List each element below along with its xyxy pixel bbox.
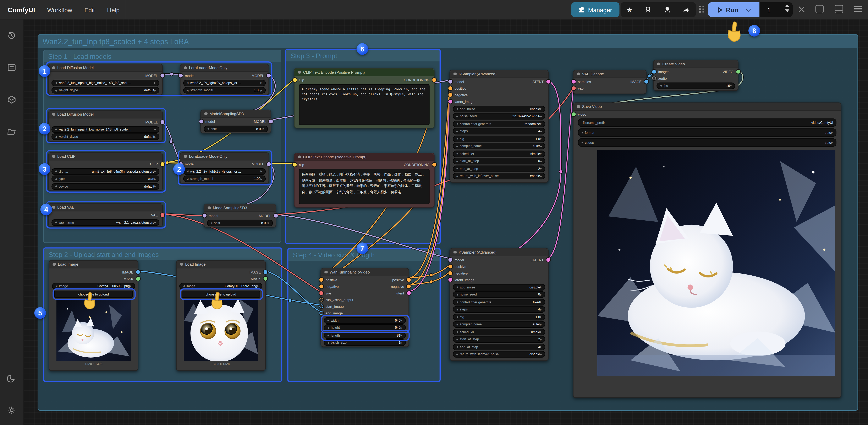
length-widget[interactable]: ◀ length 81▶ (324, 332, 406, 338)
sampler-name-widget[interactable]: ◀sampler_nameeuler▶ (453, 143, 545, 150)
control-after-generate-widget[interactable]: ◀control after generatefixed▶ (453, 299, 545, 305)
type-widget[interactable]: ◀ type wan▶ (52, 175, 159, 182)
model-output-port[interactable] (160, 120, 164, 124)
end-at-step-widget[interactable]: ◀end_at_step2▶ (453, 165, 545, 172)
filename-prefix-widget[interactable]: filename_prefix video/ComfyUI (578, 119, 836, 127)
menu-workflow[interactable]: Workflow (47, 6, 72, 13)
model-output-port[interactable] (267, 162, 271, 166)
node-ksampler-advanced-2[interactable]: KSampler (Advanced) model LATENT positiv… (450, 248, 549, 361)
moon-icon[interactable] (7, 373, 17, 384)
manager-button[interactable]: Manager (571, 2, 619, 17)
steps-widget[interactable]: ◀steps4▶ (453, 306, 545, 313)
model-output-port[interactable] (269, 119, 273, 123)
node-wan-fun-inpaint-to-video[interactable]: WanFunInpaintToVideo positive positive n… (320, 268, 409, 347)
vae-output-port[interactable] (160, 213, 164, 217)
app-logo[interactable]: ComfyUI (8, 6, 35, 13)
clip-name-widget[interactable]: ◀ clip_... umt5_xxl_fp8_e4m3fn_scaled.sa… (52, 168, 159, 174)
width-widget[interactable]: ◀ width 640▶ (324, 317, 406, 324)
stepper-arrows[interactable] (785, 4, 789, 12)
menu-icon[interactable] (854, 6, 862, 12)
share-icon[interactable] (683, 6, 690, 13)
node-clip-text-encode-positive[interactable]: CLIP Text Encode (Positive Prompt) clip … (294, 68, 434, 128)
model-output-port[interactable] (267, 73, 271, 77)
clip-output-port[interactable] (160, 162, 164, 166)
menu-edit[interactable]: Edit (84, 6, 95, 13)
lora-name-widget[interactable]: ◀ wan2.2_i2v_lightx2v_4steps_lor ...▶ (183, 168, 266, 174)
height-widget[interactable]: ◀ height 640▶ (324, 324, 406, 331)
sampler-name-widget[interactable]: ◀sampler_nameeuler▶ (453, 321, 545, 328)
negative-output-port[interactable] (407, 284, 410, 288)
scheduler-widget[interactable]: ◀schedulersimple▶ (453, 328, 545, 335)
cleaner-icon[interactable] (645, 6, 652, 13)
node-vae-decode[interactable]: VAE Decode samples IMAGE vae (573, 70, 647, 94)
positive-prompt-textarea[interactable]: A dreamy scene where a little cat is sle… (299, 84, 429, 125)
codec-widget[interactable]: ◀ codec auto▶ (578, 138, 836, 147)
mask-output-port[interactable] (263, 276, 267, 281)
steps-widget[interactable]: ◀steps4▶ (453, 128, 545, 134)
cleaner-alt-icon[interactable] (663, 6, 671, 13)
node-clip-text-encode-negative[interactable]: CLIP Text Encode (Negative Prompt) clip … (294, 153, 434, 207)
node-load-clip[interactable]: Load CLIP CLIP ◀ clip_... umt5_xxl_fp8_e… (48, 152, 163, 191)
image-output-port[interactable] (136, 270, 140, 274)
settings-icon[interactable] (7, 405, 17, 415)
node-lora-loader-1[interactable]: LoraLoaderModelOnly model MODEL ◀ wan2.2… (180, 64, 269, 95)
return-leftover-noise-widget[interactable]: ◀return_with_leftover_noisedisable▶ (453, 351, 545, 358)
latent-output-port[interactable] (407, 291, 410, 295)
run-button[interactable]: Run (708, 2, 760, 17)
strength-model-widget[interactable]: ◀ strength_model 1.00▶ (183, 175, 266, 182)
positive-output-port[interactable] (407, 277, 410, 282)
node-model-sampling-sd3-1[interactable]: ModelSamplingSD3 model MODEL ◀ shift 8.0… (200, 109, 271, 133)
node-load-image-start[interactable]: Load Image IMAGE MASK ◀ image ComfyUI_00… (49, 260, 138, 371)
node-create-video[interactable]: Create Video images VIDEO audio ◀ fps 16… (653, 60, 739, 91)
lora-name-widget[interactable]: ◀ wan2.2_i2v_lightx2v_4steps_lor ...▶ (183, 79, 266, 86)
node-save-video[interactable]: Save Video video filename_prefix video/C… (573, 102, 841, 398)
control-after-generate-widget[interactable]: ◀control after generaterandomize▶ (453, 120, 545, 127)
mask-output-port[interactable] (136, 276, 140, 281)
queue-count-stepper[interactable]: 1 (760, 2, 793, 17)
start-at-step-widget[interactable]: ◀start_at_step0▶ (453, 158, 545, 164)
close-icon[interactable] (797, 5, 806, 14)
panel-icon[interactable] (835, 5, 843, 13)
strength-model-widget[interactable]: ◀ strength_model 1.00▶ (183, 87, 266, 94)
star-icon[interactable]: ★ (627, 6, 632, 13)
fps-widget[interactable]: ◀ fps 16▶ (656, 82, 735, 89)
image-output-port[interactable] (644, 79, 648, 84)
history-icon[interactable] (7, 31, 17, 40)
weight-dtype-widget[interactable]: ◀ weight_dtype default▶ (52, 87, 159, 94)
log-icon[interactable] (7, 62, 17, 72)
device-widget[interactable]: ◀ device default▶ (52, 183, 159, 190)
return-leftover-noise-widget[interactable]: ◀return_with_leftover_noiseenable▶ (453, 173, 545, 179)
node-load-diffusion-model-2[interactable]: Load Diffusion Model MODEL ◀ wan2.2_fun_… (48, 110, 163, 141)
node-load-diffusion-model-1[interactable]: Load Diffusion Model MODEL ◀ wan2.2_fun_… (48, 64, 163, 95)
weight-dtype-widget[interactable]: ◀ weight_dtype default▶ (52, 133, 159, 140)
model-output-port[interactable] (274, 213, 278, 217)
chevron-down-icon[interactable] (745, 6, 751, 11)
vae-name-widget[interactable]: ◀ vae_name wan_2.1_vae.safetensors▶ (52, 219, 159, 226)
noise-seed-widget[interactable]: ◀noise_seed221824495232956▶ (453, 113, 545, 120)
negative-prompt-textarea[interactable]: 色调艳丽，过曝，静态，细节模糊不清，字幕，风格，作品，画作，画面，静止，整体发灰… (299, 169, 429, 204)
image-output-port[interactable] (263, 270, 267, 274)
node-ksampler-advanced-1[interactable]: KSampler (Advanced) model LATENT positiv… (450, 70, 549, 183)
conditioning-output-port[interactable] (432, 78, 436, 82)
models-icon[interactable] (7, 95, 17, 105)
canvas-icon[interactable] (815, 5, 824, 13)
cfg-widget[interactable]: ◀cfg1.0▶ (453, 314, 545, 320)
format-widget[interactable]: ◀ format auto▶ (578, 128, 836, 137)
add-noise-widget[interactable]: ◀add_noiseenable▶ (453, 105, 545, 112)
unet-name-widget[interactable]: ◀ wan2.2_fun_inpaint_low_noise_14B_fp8_s… (52, 126, 159, 133)
latent-output-port[interactable] (546, 79, 550, 84)
start-at-step-widget[interactable]: ◀start_at_step2▶ (453, 336, 545, 342)
batch-size-widget[interactable]: ◀ batch_size 1▶ (324, 339, 406, 346)
cfg-widget[interactable]: ◀cfg1.0▶ (453, 135, 545, 142)
image-widget[interactable]: ◀ image ComfyUI_00592_.png▶ (179, 283, 262, 289)
conditioning-output-port[interactable] (432, 162, 436, 166)
drag-handle-icon[interactable] (699, 6, 704, 12)
unet-name-widget[interactable]: ◀ wan2.2_fun_inpaint_high_noise_14B_fp8_… (52, 79, 159, 86)
add-noise-widget[interactable]: ◀add_noisedisable▶ (453, 284, 545, 290)
folder-icon[interactable] (7, 127, 17, 137)
node-load-vae[interactable]: Load VAE VAE ◀ vae_name wan_2.1_vae.safe… (48, 203, 163, 227)
node-lora-loader-2[interactable]: LoraLoaderModelOnly model MODEL ◀ wan2.2… (180, 152, 269, 184)
node-load-image-end[interactable]: Load Image IMAGE MASK ◀ image ComfyUI_00… (176, 260, 266, 371)
image-widget[interactable]: ◀ image ComfyUI_00593_.png▶ (52, 283, 135, 289)
noise-seed-widget[interactable]: ◀noise_seed0▶ (453, 291, 545, 298)
